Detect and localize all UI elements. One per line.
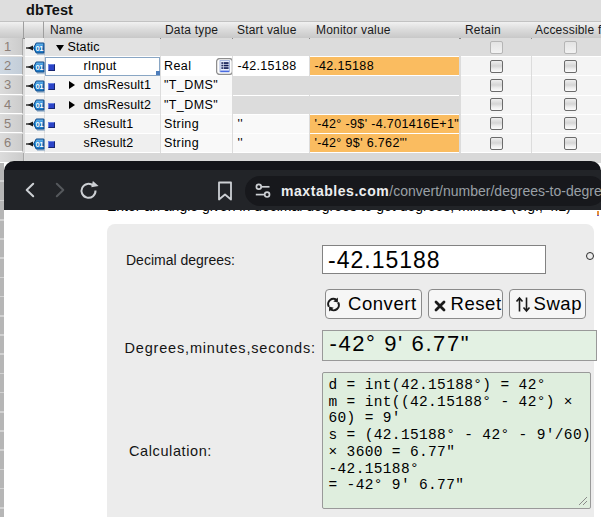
svg-text:01: 01 [35, 62, 44, 71]
svg-text:01: 01 [35, 101, 44, 110]
svg-text:01: 01 [35, 139, 44, 148]
svg-text:01: 01 [35, 43, 44, 52]
svg-text:01: 01 [35, 120, 44, 129]
svg-text:01: 01 [35, 82, 44, 91]
